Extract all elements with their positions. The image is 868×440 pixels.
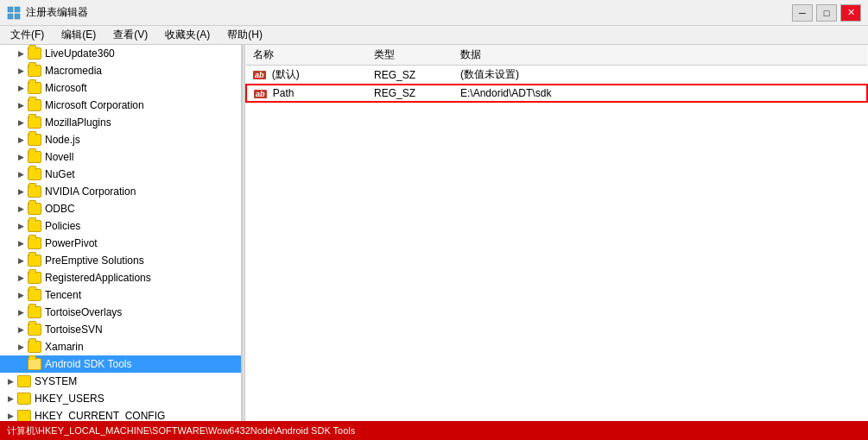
folder-icon (28, 220, 41, 232)
tree-item-liveupdate[interactable]: LiveUpdate360 (0, 45, 241, 62)
expand-icon (14, 98, 28, 112)
value-data: (数值未设置) (453, 66, 867, 85)
menu-view[interactable]: 查看(V) (106, 26, 155, 44)
tree-item-tortoisesvn[interactable]: TortoiseSVN (0, 321, 241, 338)
expand-icon (14, 219, 28, 233)
tree-label: PreEmptive Solutions (45, 255, 144, 267)
registry-tree[interactable]: LiveUpdate360 Macromedia Microsoft Micro… (0, 45, 242, 421)
table-row[interactable]: ab (默认) REG_SZ (数值未设置) (246, 66, 867, 85)
tree-label: NuGet (45, 168, 75, 180)
expand-icon (14, 64, 28, 78)
tree-label: Macromedia (45, 65, 102, 77)
tree-item-novell[interactable]: Novell (0, 148, 241, 166)
value-name-text: (默认) (272, 68, 300, 80)
svg-rect-1 (15, 7, 20, 12)
menu-help[interactable]: 帮助(H) (220, 26, 269, 44)
expand-icon (14, 340, 28, 354)
folder-icon (28, 82, 41, 94)
folder-icon (28, 116, 41, 129)
table-header-row: 名称 类型 数据 (246, 45, 867, 66)
tree-item-microsoft[interactable]: Microsoft (0, 79, 241, 97)
expand-icon (14, 288, 28, 302)
tree-label: Node.js (45, 134, 80, 146)
svg-rect-3 (15, 14, 20, 19)
folder-icon (28, 358, 41, 370)
expand-icon (14, 271, 28, 285)
expand-icon (14, 323, 28, 336)
folder-icon (28, 185, 41, 198)
type-icon: ab (253, 71, 266, 79)
table-row[interactable]: ab Path REG_SZ E:\Andorid\ADT\sdk (246, 85, 867, 102)
expand-icon (14, 150, 28, 164)
tree-item-macromedia[interactable]: Macromedia (0, 62, 241, 79)
tree-item-microsoft-corp[interactable]: Microsoft Corporation (0, 97, 241, 114)
statusbar-text: 计算机\HKEY_LOCAL_MACHINE\SOFTWARE\Wow6432N… (7, 424, 355, 437)
minimize-button[interactable]: ─ (792, 4, 813, 22)
folder-icon (28, 203, 41, 215)
expand-icon (14, 202, 28, 216)
value-name-text: Path (273, 87, 295, 99)
menubar: 文件(F) 编辑(E) 查看(V) 收藏夹(A) 帮助(H) (0, 26, 868, 45)
tree-item-powerpivot[interactable]: PowerPivot (0, 235, 241, 252)
main-content: LiveUpdate360 Macromedia Microsoft Micro… (0, 45, 868, 421)
tree-label: RegisteredApplications (45, 272, 151, 284)
app-icon (7, 6, 21, 20)
tree-item-hkey-users[interactable]: HKEY_USERS (0, 390, 241, 407)
tree-item-nodejs[interactable]: Node.js (0, 131, 241, 148)
statusbar: 计算机\HKEY_LOCAL_MACHINE\SOFTWARE\Wow6432N… (0, 421, 868, 440)
expand-icon (14, 116, 28, 129)
tree-label: TortoiseSVN (45, 324, 103, 336)
expand-icon (3, 374, 17, 388)
tree-label: HKEY_CURRENT_CONFIG (35, 410, 165, 421)
tree-label: Xamarin (45, 341, 84, 353)
tree-item-tortoiseoverlays[interactable]: TortoiseOverlays (0, 304, 241, 321)
tree-item-android-sdk[interactable]: Android SDK Tools (0, 355, 241, 373)
tree-label: Tencent (45, 289, 81, 301)
tree-item-preemptive[interactable]: PreEmptive Solutions (0, 252, 241, 269)
expand-icon (14, 133, 28, 147)
tree-label: TortoiseOverlays (45, 306, 122, 318)
value-name: ab Path (246, 85, 367, 102)
tree-item-xamarin[interactable]: Xamarin (0, 338, 241, 355)
titlebar: 注册表编辑器 ─ □ ✕ (0, 0, 868, 26)
menu-edit[interactable]: 编辑(E) (54, 26, 103, 44)
tree-label: SYSTEM (35, 375, 77, 387)
tree-label: LiveUpdate360 (45, 47, 115, 60)
folder-icon (28, 134, 41, 146)
tree-item-registered[interactable]: RegisteredApplications (0, 269, 241, 286)
tree-label: HKEY_USERS (35, 393, 105, 405)
expand-icon (3, 392, 17, 405)
tree-item-odbc[interactable]: ODBC (0, 200, 241, 217)
value-data: E:\Andorid\ADT\sdk (453, 85, 867, 102)
folder-icon (28, 324, 41, 336)
folder-icon (28, 341, 41, 353)
tree-item-tencent[interactable]: Tencent (0, 286, 241, 304)
menu-file[interactable]: 文件(F) (3, 26, 51, 44)
folder-icon (28, 65, 41, 77)
close-button[interactable]: ✕ (840, 4, 861, 22)
tree-label: MozillaPlugins (45, 116, 111, 129)
folder-icon (28, 272, 41, 284)
maximize-button[interactable]: □ (816, 4, 837, 22)
tree-label: Microsoft (45, 82, 87, 94)
tree-item-nuget[interactable]: NuGet (0, 166, 241, 183)
tree-label: NVIDIA Corporation (45, 185, 136, 198)
window-title: 注册表编辑器 (26, 5, 792, 20)
tree-item-policies[interactable]: Policies (0, 217, 241, 235)
value-type: REG_SZ (367, 66, 453, 85)
tree-item-hkey-current-config[interactable]: HKEY_CURRENT_CONFIG (0, 407, 241, 421)
tree-item-mozilla[interactable]: MozillaPlugins (0, 114, 241, 131)
window-controls: ─ □ ✕ (792, 4, 861, 22)
expand-icon (14, 185, 28, 198)
tree-label: Novell (45, 151, 73, 163)
expand-icon (14, 47, 28, 60)
registry-values-table: 名称 类型 数据 ab (默认) REG_SZ (数值未设置) (245, 45, 868, 103)
menu-favorites[interactable]: 收藏夹(A) (158, 26, 217, 44)
folder-icon (28, 168, 41, 180)
svg-rect-2 (8, 14, 13, 19)
expand-icon (14, 167, 28, 181)
tree-item-nvidia[interactable]: NVIDIA Corporation (0, 183, 241, 200)
expand-icon (3, 409, 17, 421)
folder-icon (28, 99, 41, 111)
tree-item-system[interactable]: SYSTEM (0, 373, 241, 390)
